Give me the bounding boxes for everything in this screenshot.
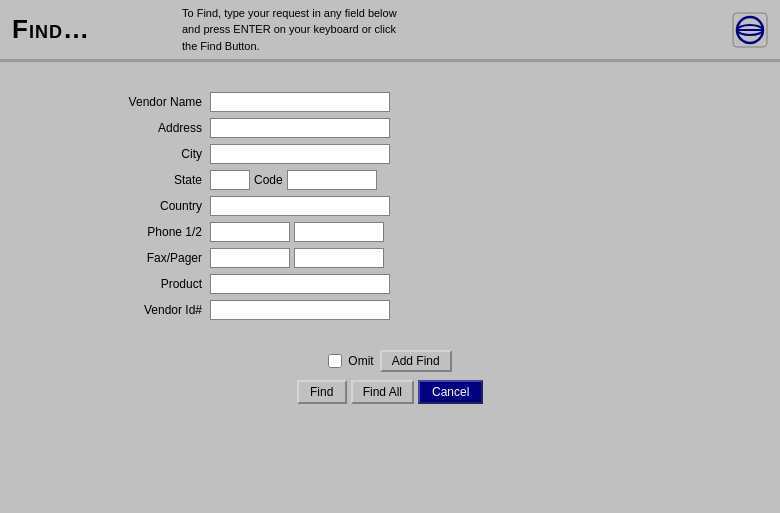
address-input[interactable] — [210, 118, 390, 138]
vendor-id-row: Vendor Id# — [110, 300, 670, 320]
pager-input[interactable] — [294, 248, 384, 268]
add-find-button[interactable]: Add Find — [380, 350, 452, 372]
find-all-button[interactable]: Find All — [351, 380, 414, 404]
product-row: Product — [110, 274, 670, 294]
header-instructions: To Find, type your request in any field … — [172, 5, 732, 55]
fax-row: Fax/Pager — [110, 248, 670, 268]
find-button[interactable]: Find — [297, 380, 347, 404]
phone-label: Phone 1/2 — [110, 225, 210, 239]
fax-input[interactable] — [210, 248, 290, 268]
city-input[interactable] — [210, 144, 390, 164]
country-row: Country — [110, 196, 670, 216]
cancel-button[interactable]: Cancel — [418, 380, 483, 404]
omit-label: Omit — [348, 354, 373, 368]
vendor-name-row: Vendor Name — [110, 92, 670, 112]
state-row: State Code — [110, 170, 670, 190]
omit-checkbox[interactable] — [328, 354, 342, 368]
country-input[interactable] — [210, 196, 390, 216]
vendor-name-input[interactable] — [210, 92, 390, 112]
logo-icon — [732, 12, 768, 48]
header: Find… To Find, type your request in any … — [0, 0, 780, 60]
page-title: Find… — [12, 14, 172, 45]
fax-label: Fax/Pager — [110, 251, 210, 265]
vendor-id-label: Vendor Id# — [110, 303, 210, 317]
city-row: City — [110, 144, 670, 164]
city-label: City — [110, 147, 210, 161]
state-input[interactable] — [210, 170, 250, 190]
phone-row: Phone 1/2 — [110, 222, 670, 242]
state-label: State — [110, 173, 210, 187]
code-label: Code — [254, 173, 283, 187]
vendor-name-label: Vendor Name — [110, 95, 210, 109]
main-content: Vendor Name Address City State Code Coun… — [0, 62, 780, 424]
address-label: Address — [110, 121, 210, 135]
address-row: Address — [110, 118, 670, 138]
action-buttons: Find Find All Cancel — [297, 380, 484, 404]
country-label: Country — [110, 199, 210, 213]
phone2-input[interactable] — [294, 222, 384, 242]
product-label: Product — [110, 277, 210, 291]
code-input[interactable] — [287, 170, 377, 190]
phone1-input[interactable] — [210, 222, 290, 242]
vendor-id-input[interactable] — [210, 300, 390, 320]
omit-row: Omit Add Find — [328, 350, 451, 372]
product-input[interactable] — [210, 274, 390, 294]
bottom-controls: Omit Add Find Find Find All Cancel — [0, 350, 780, 404]
form-container: Vendor Name Address City State Code Coun… — [110, 92, 670, 320]
